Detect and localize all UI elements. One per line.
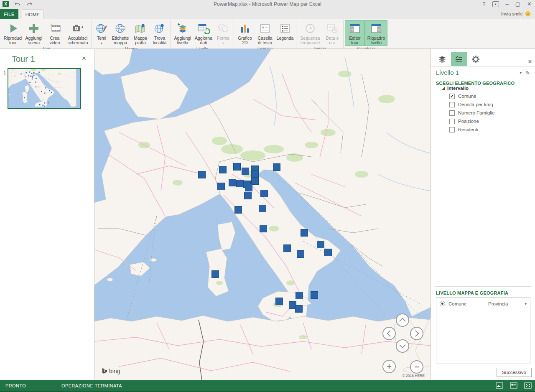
riquadro-livello-button[interactable]: Riquadro livello bbox=[365, 20, 387, 46]
ribbon-separator bbox=[296, 20, 296, 48]
tab-field-list[interactable] bbox=[451, 52, 467, 66]
field-row-numero-famiglie[interactable]: Numero Famiglie bbox=[449, 109, 495, 116]
send-smile-button[interactable]: Invia smile bbox=[501, 11, 531, 17]
map-data-point bbox=[245, 184, 252, 191]
ribbon-separator bbox=[92, 20, 92, 48]
minimize-icon[interactable]: – bbox=[506, 1, 509, 7]
posizione-checkbox[interactable] bbox=[449, 119, 455, 124]
chevron-down-icon: ▾ bbox=[525, 302, 527, 306]
tour-panel-close-icon[interactable] bbox=[81, 55, 87, 62]
tab-settings[interactable] bbox=[468, 52, 484, 66]
map-data-point bbox=[289, 302, 296, 309]
map-data-point bbox=[311, 292, 318, 299]
layer-title-caret-icon[interactable]: ▾ bbox=[520, 71, 522, 75]
aggiungi-scena-button[interactable]: Aggiungi scena bbox=[23, 20, 44, 46]
scene-thumbnail[interactable] bbox=[8, 68, 81, 109]
geography-mapping-row[interactable]: Comune Provincia ▾ bbox=[436, 298, 530, 306]
editor-tour-button[interactable]: Editor tour bbox=[345, 20, 365, 46]
grafico-2d-button[interactable]: Grafico 2D bbox=[235, 20, 255, 46]
ribbon-options-icon[interactable]: ▴ bbox=[492, 1, 499, 7]
map-canvas[interactable]: bing © 2016 HERE + − bbox=[94, 49, 431, 380]
map-data-point bbox=[261, 190, 268, 197]
temi-button[interactable]: Temi bbox=[93, 20, 110, 46]
field-row-residenti[interactable]: Residenti bbox=[449, 126, 478, 133]
map-data-point bbox=[296, 305, 303, 313]
help-icon[interactable]: ? bbox=[482, 1, 485, 7]
map-data-point bbox=[252, 178, 259, 185]
ribbon-separator bbox=[234, 20, 234, 48]
layer-title: Livello 1 bbox=[436, 69, 459, 76]
map-data-point bbox=[297, 251, 304, 258]
map-data-point bbox=[235, 206, 242, 214]
smiley-icon bbox=[525, 11, 531, 17]
map-data-point bbox=[237, 180, 244, 187]
mappa-piatta-button[interactable]: Mappa piatta bbox=[131, 20, 150, 46]
layer-rename-icon[interactable]: ✎ bbox=[525, 70, 530, 76]
numero-famiglie-checkbox[interactable] bbox=[449, 110, 455, 116]
tour-title: Tour 1 bbox=[12, 54, 35, 64]
comune-radio[interactable] bbox=[440, 301, 445, 306]
trova-localita-button[interactable]: Trova località bbox=[150, 20, 169, 46]
tab-home[interactable]: HOME bbox=[22, 9, 43, 20]
map-data-point bbox=[245, 192, 252, 199]
tour-editor-icon bbox=[349, 22, 360, 35]
pan-left-button[interactable] bbox=[382, 327, 396, 340]
map-data-point bbox=[218, 183, 225, 190]
forme-button: Forme bbox=[214, 20, 232, 46]
field-row-posizione[interactable]: Posizione bbox=[449, 118, 479, 125]
layers-icon bbox=[438, 56, 446, 63]
next-button[interactable]: Successivo bbox=[497, 368, 532, 377]
riproduci-tour-button[interactable]: Riproduci tour bbox=[3, 20, 23, 46]
tree-root-intervallo[interactable]: Intervallo bbox=[442, 86, 469, 91]
map-view-icon[interactable] bbox=[496, 382, 503, 389]
ribbon: Riproduci tour Aggiungi scena ✳ Crea vid… bbox=[0, 19, 535, 49]
create-video-icon: ✳ bbox=[48, 22, 61, 35]
tree-expand-icon bbox=[442, 87, 445, 90]
zoom-in-button[interactable]: + bbox=[382, 360, 396, 373]
map-data-point bbox=[284, 245, 291, 252]
status-operation: OPERAZIONE TERMINATA bbox=[61, 383, 122, 388]
aggiungi-livello-button[interactable]: Aggiungi livello bbox=[172, 20, 193, 46]
residenti-checkbox[interactable] bbox=[449, 127, 455, 132]
legend-icon bbox=[280, 22, 290, 35]
legenda-button[interactable]: Legenda bbox=[275, 20, 295, 41]
geography-select[interactable]: Provincia ▾ bbox=[488, 301, 527, 306]
play-tour-icon bbox=[8, 22, 18, 35]
aggiorna-dati-button[interactable]: Aggiorna dati bbox=[193, 20, 214, 46]
casella-di-testo-button[interactable]: A Casella di testo bbox=[255, 20, 275, 46]
ribbon-group-tour: Riproduci tour Aggiungi scena ✳ Crea vid… bbox=[2, 19, 91, 48]
map-data-point bbox=[212, 271, 219, 278]
field-row-densita[interactable]: Densità per kmq bbox=[449, 101, 493, 108]
window-title: PowerMap.xlsx - Microsoft Power Map per … bbox=[0, 1, 535, 7]
densita-checkbox[interactable] bbox=[449, 102, 455, 107]
zoom-out-button[interactable]: − bbox=[410, 360, 423, 374]
pan-up-button[interactable] bbox=[396, 313, 409, 327]
status-ready: PRONTO bbox=[5, 383, 26, 388]
map-data-point bbox=[273, 164, 280, 171]
fullscreen-icon[interactable] bbox=[524, 382, 532, 389]
map-data-point bbox=[252, 171, 259, 178]
datetime-icon: A bbox=[326, 22, 338, 35]
pan-right-button[interactable] bbox=[410, 327, 423, 340]
field-row-comune[interactable]: Comune bbox=[449, 93, 476, 99]
layout-view-icon[interactable] bbox=[510, 382, 517, 389]
pan-down-button[interactable] bbox=[396, 339, 409, 353]
maximize-icon[interactable]: ▢ bbox=[515, 1, 520, 7]
tour-panel: Tour 1 1 bbox=[0, 49, 94, 380]
crea-video-button[interactable]: ✳ Crea video bbox=[44, 20, 65, 46]
scene-number: 1 bbox=[3, 70, 6, 76]
ribbon-group-livello: Aggiungi livello Aggiorna dati Forme Liv… bbox=[171, 19, 233, 48]
layer-panel-tabs bbox=[431, 52, 535, 67]
map-labels-icon bbox=[115, 22, 126, 35]
comune-checkbox[interactable] bbox=[449, 94, 455, 99]
tab-layers[interactable] bbox=[434, 52, 450, 66]
etichette-mappa-button[interactable]: Etichette mappa bbox=[110, 20, 131, 46]
svg-text:A: A bbox=[329, 25, 331, 29]
layer-panel-close-icon[interactable] bbox=[527, 59, 533, 65]
bing-logo: bing bbox=[102, 368, 120, 374]
close-icon[interactable]: ✕ bbox=[527, 1, 532, 7]
acquisisci-schermata-button[interactable]: Acquisisci schermata bbox=[65, 20, 90, 46]
map-data-point bbox=[242, 168, 249, 175]
map-data-point bbox=[259, 205, 266, 212]
tab-file[interactable]: FILE bbox=[0, 9, 18, 19]
